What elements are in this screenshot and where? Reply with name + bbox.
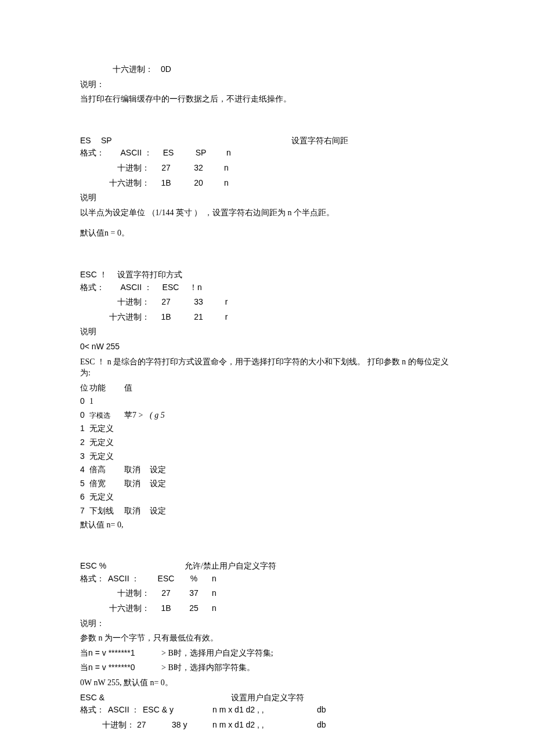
func: 1 — [89, 396, 124, 407]
bit-th-1: 功能 — [89, 382, 124, 394]
bit: 7 — [80, 505, 89, 517]
hex-c1: 1B — [150, 178, 182, 189]
line3a: 当n = v *******0 — [80, 662, 161, 674]
v2: 取消 — [124, 478, 150, 490]
bit: 4 — [80, 464, 89, 476]
v2: 取消 — [124, 505, 150, 517]
dec-c1: 27 — [150, 162, 182, 174]
v3: ( g 5 — [150, 410, 175, 421]
esc-pct-line4: 0W nW 255, 默认值 n= 0。 — [80, 677, 454, 689]
ascii-c2: SP — [185, 147, 217, 159]
esc-amp-title-left: ESC & — [80, 692, 231, 704]
dec-mid: n m x d1 d2 , , — [212, 719, 317, 731]
bit: 2 — [80, 437, 89, 448]
esc-bang-range: 0< nW 255 — [80, 341, 454, 353]
esc-sp-desc-body: 以半点为设定单位 （1/144 英寸 ） ，设置字符右边间距为 n 个半点距。 — [80, 207, 454, 219]
dec-c2: 32 — [182, 162, 215, 174]
esc-pct-title-left: ESC % — [80, 560, 185, 572]
bit-row-6: 6 无定义 — [80, 491, 454, 503]
dec-c1: 27 — [150, 296, 182, 308]
esc-sp-title: ES SP 设置字符右间距 — [80, 135, 454, 147]
ascii-c2: % — [182, 573, 205, 585]
hex-c2: 20 — [182, 178, 215, 189]
bit-th-0: 位 — [80, 382, 89, 394]
hex-c3: n — [205, 603, 223, 614]
v3: 设定 — [150, 505, 175, 517]
esc-sp-ascii-row: 格式： ASCII ： ES SP n — [80, 147, 454, 159]
func: 倍宽 — [89, 478, 124, 490]
ascii-c1: ESC — [152, 282, 189, 294]
hex-label: 十六进制： — [108, 312, 150, 323]
esc-sp-title-sp: SP — [101, 135, 124, 147]
ascii-vals: ESC & y — [143, 704, 212, 716]
bit-row-7: 7 下划线 取消 设定 — [80, 505, 454, 517]
esc-pct-line1: 参数 n 为一个字节，只有最低位有效。 — [80, 632, 454, 644]
format-label: 格式： — [80, 704, 108, 716]
esc-sp-default: 默认值n = 0。 — [80, 227, 454, 239]
format-label: 格式： — [80, 147, 108, 159]
bit: 3 — [80, 451, 89, 462]
bit-th-2: 值 — [124, 382, 150, 394]
esc-pct-line2: 当n = v *******1 > B时，选择用户自定义字符集; — [80, 648, 454, 659]
esc-pct-title-right: 允许/禁止用户自定义字符 — [185, 560, 276, 572]
ascii-c3: n — [217, 147, 240, 159]
bit-row-4: 4 倍高 取消 设定 — [80, 464, 454, 476]
hex-c2: 25 — [182, 603, 205, 614]
dec-c2: 38 y — [172, 719, 212, 731]
bit: 1 — [80, 423, 89, 435]
dec-c3: n — [215, 162, 238, 174]
esc-sp-desc-header: 说明 — [80, 192, 454, 204]
bit-row-2: 2 无定义 — [80, 437, 454, 448]
bit-row-5: 5 倍宽 取消 设定 — [80, 478, 454, 490]
ascii-mid: n m x d1 d2 , , — [212, 704, 317, 716]
ascii-c1: ES — [152, 147, 185, 159]
esc-bang-hex-row: 十六进制： 1B 21 r — [80, 312, 454, 323]
func: 字模选 — [89, 411, 124, 421]
format-label: 格式： — [80, 573, 108, 585]
dec-label: 十进制： — [102, 719, 137, 731]
line3b: > B时，选择内部字符集。 — [161, 662, 255, 674]
dec-end: db — [317, 719, 326, 731]
esc-amp-title-right: 设置用户自定义字符 — [231, 692, 304, 704]
ascii-end: db — [317, 704, 326, 716]
bit: 0 — [80, 396, 89, 407]
esc-pct-dec-row: 十进制： 27 37 n — [80, 588, 454, 599]
ascii-label: ASCII ： — [108, 147, 152, 159]
dec-c2: 33 — [182, 296, 215, 308]
hex-label: 十六进制： — [108, 603, 150, 614]
esc-bang-ascii-row: 格式： ASCII ： ESC ！n — [80, 282, 454, 294]
hex-c2: 21 — [182, 312, 215, 323]
v3: 设定 — [150, 464, 175, 476]
bit-table-header: 位 功能 值 — [80, 382, 454, 394]
esc-amp-ascii-row: 格式： ASCII ： ESC & y n m x d1 d2 , , db — [80, 704, 454, 716]
esc-bang-default: 默认值 n= 0, — [80, 519, 454, 531]
line2b: > B时，选择用户自定义字符集; — [161, 648, 273, 659]
esc-bang-dec-row: 十进制： 27 33 r — [80, 296, 454, 308]
esc-sp-title-es: ES — [80, 135, 101, 147]
dec-c3: r — [215, 296, 238, 308]
bit-row-3: 3 无定义 — [80, 451, 454, 462]
esc-pct-hex-row: 十六进制： 1B 25 n — [80, 603, 454, 614]
ascii-c3: n — [205, 573, 223, 585]
func: 无定义 — [89, 491, 124, 503]
esc-sp-title-desc: 设置字符右间距 — [291, 135, 454, 147]
hex-c1: 1B — [150, 312, 182, 323]
esc-amp-dec-row: 十进制： 27 38 y n m x d1 d2 , , db — [80, 719, 454, 731]
hex-c1: 1B — [150, 603, 182, 614]
func: 倍高 — [89, 464, 124, 476]
esc-pct-line3: 当n = v *******0 > B时，选择内部字符集。 — [80, 662, 454, 674]
format-label: 格式： — [80, 282, 108, 294]
line2a: 当n = v *******1 — [80, 648, 161, 659]
func: 无定义 — [89, 437, 124, 448]
cr-desc-body: 当打印在行编辑缓存中的一行数据之后，不进行走纸操作。 — [80, 93, 454, 105]
document-page: 十六进制： 0D 说明： 当打印在行编辑缓存中的一行数据之后，不进行走纸操作。 … — [0, 0, 534, 756]
esc-pct-ascii-row: 格式： ASCII ： ESC % n — [80, 573, 454, 585]
esc-amp-title: ESC & 设置用户自定义字符 — [80, 692, 454, 704]
v3: 设定 — [150, 478, 175, 490]
bit: 5 — [80, 478, 89, 490]
dec-c3: n — [205, 588, 223, 599]
esc-bang-title-right: 设置字符打印方式 — [117, 269, 182, 281]
bit: 6 — [80, 491, 89, 503]
dec-c1: 27 — [150, 588, 182, 599]
cr-hex-label: 十六进制： — [113, 64, 153, 75]
